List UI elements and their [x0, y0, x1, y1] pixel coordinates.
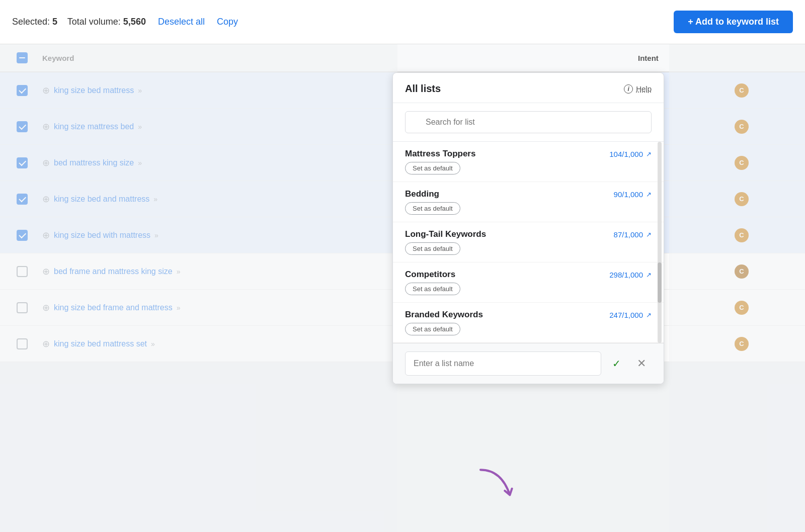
list-count: 104/1,000 ↗: [609, 150, 652, 158]
row-checkbox[interactable]: [17, 194, 28, 205]
list-name: Bedding: [405, 189, 439, 199]
chevron-double-icon: »: [138, 159, 142, 167]
info-icon: i: [624, 84, 633, 94]
intent-cell: C: [735, 228, 795, 242]
copy-button[interactable]: Copy: [217, 17, 238, 27]
row-checkbox[interactable]: [17, 121, 28, 132]
row-checkbox-wrap: [10, 121, 34, 132]
list-name: Branded Keywords: [405, 310, 483, 320]
selected-count: 5: [52, 17, 57, 27]
row-checkbox-wrap: [10, 302, 34, 313]
add-keyword-icon[interactable]: ⊕: [42, 157, 50, 168]
list-item-top: Long-Tail Keywords 87/1,000 ↗: [405, 229, 652, 239]
confirm-new-list-button[interactable]: ✓: [606, 353, 626, 374]
intent-badge: C: [735, 192, 749, 206]
chevron-double-icon: »: [138, 123, 142, 131]
keyword-link[interactable]: king size bed mattress: [54, 86, 134, 95]
list-item[interactable]: Bedding 90/1,000 ↗ Set as default: [393, 182, 664, 222]
row-checkbox[interactable]: [17, 338, 28, 349]
add-keyword-icon[interactable]: ⊕: [42, 302, 50, 313]
chevron-double-icon: »: [153, 195, 157, 203]
list-name: Long-Tail Keywords: [405, 229, 486, 239]
keyword-link[interactable]: bed frame and mattress king size: [54, 267, 173, 276]
select-all-checkbox[interactable]: [17, 52, 28, 63]
keyword-link[interactable]: king size bed with mattress: [54, 231, 150, 240]
selected-info: Selected: 5 Total volume: 5,560: [12, 17, 146, 27]
help-link[interactable]: i Help: [624, 84, 652, 94]
set-default-button[interactable]: Set as default: [405, 323, 460, 335]
search-wrap: 🔍: [393, 103, 664, 142]
new-list-name-input[interactable]: [405, 351, 601, 376]
intent-cell: C: [735, 192, 795, 206]
list-item-top: Mattress Toppers 104/1,000 ↗: [405, 149, 652, 159]
table-header: Keyword Intent: [0, 44, 805, 72]
keyword-link[interactable]: king size bed frame and mattress: [54, 303, 173, 312]
main-content: Keyword Intent ⊕ king size bed mattress …: [0, 44, 805, 532]
intent-badge: C: [735, 83, 749, 98]
list-count: 247/1,000 ↗: [609, 311, 652, 319]
add-keyword-icon[interactable]: ⊕: [42, 194, 50, 205]
row-checkbox[interactable]: [17, 266, 28, 277]
list-item[interactable]: Mattress Toppers 104/1,000 ↗ Set as defa…: [393, 142, 664, 182]
purple-arrow-decoration: [468, 466, 518, 516]
external-link-icon[interactable]: ↗: [646, 311, 652, 319]
keyword-link[interactable]: king size bed and mattress: [54, 195, 149, 204]
external-link-icon[interactable]: ↗: [646, 231, 652, 238]
checkmark-icon: ✓: [612, 358, 621, 370]
row-checkbox[interactable]: [17, 230, 28, 241]
row-checkbox[interactable]: [17, 302, 28, 313]
scrollbar[interactable]: [658, 142, 662, 343]
list-item[interactable]: Competitors 298/1,000 ↗ Set as default: [393, 262, 664, 303]
set-default-button[interactable]: Set as default: [405, 242, 460, 255]
list-name: Competitors: [405, 270, 455, 280]
intent-badge: C: [735, 264, 749, 279]
chevron-double-icon: »: [138, 86, 142, 95]
add-keyword-icon[interactable]: ⊕: [42, 121, 50, 132]
chevron-double-icon: »: [151, 340, 155, 348]
set-default-button[interactable]: Set as default: [405, 202, 460, 215]
panel-header: All lists i Help: [393, 73, 664, 103]
row-checkbox[interactable]: [17, 85, 28, 96]
intent-column-header: Intent: [638, 54, 698, 62]
chevron-double-icon: »: [177, 304, 181, 312]
total-volume-label: Total volume:: [67, 17, 121, 27]
list-item-top: Branded Keywords 247/1,000 ↗: [405, 310, 652, 320]
keyword-link[interactable]: king size bed mattress set: [54, 339, 147, 348]
top-bar: Selected: 5 Total volume: 5,560 Deselect…: [0, 0, 805, 44]
external-link-icon[interactable]: ↗: [646, 271, 652, 279]
add-keyword-icon[interactable]: ⊕: [42, 338, 50, 349]
intent-cell: C: [735, 156, 795, 170]
intent-cell: C: [735, 264, 795, 279]
panel-title: All lists: [405, 83, 441, 95]
intent-badge: C: [735, 156, 749, 170]
add-to-keyword-list-button[interactable]: + Add to keyword list: [674, 11, 793, 33]
add-keyword-icon[interactable]: ⊕: [42, 85, 50, 96]
cancel-new-list-button[interactable]: ✕: [631, 353, 652, 374]
set-default-button[interactable]: Set as default: [405, 162, 460, 174]
keyword-link[interactable]: king size mattress bed: [54, 122, 134, 131]
deselect-all-button[interactable]: Deselect all: [158, 17, 205, 27]
add-keyword-icon[interactable]: ⊕: [42, 266, 50, 277]
external-link-icon[interactable]: ↗: [646, 191, 652, 198]
intent-badge: C: [735, 228, 749, 242]
total-volume-value: 5,560: [123, 17, 146, 27]
list-item[interactable]: Long-Tail Keywords 87/1,000 ↗ Set as def…: [393, 222, 664, 262]
keyword-column-header: Keyword: [42, 54, 630, 62]
close-icon: ✕: [637, 357, 646, 370]
list-item[interactable]: Branded Keywords 247/1,000 ↗ Set as defa…: [393, 303, 664, 343]
list-count: 298/1,000 ↗: [609, 271, 652, 279]
add-keyword-icon[interactable]: ⊕: [42, 230, 50, 241]
intent-cell: C: [735, 301, 795, 315]
intent-cell: C: [735, 120, 795, 134]
keyword-link[interactable]: bed mattress king size: [54, 158, 134, 167]
intent-badge: C: [735, 337, 749, 351]
set-default-button[interactable]: Set as default: [405, 283, 460, 295]
list-item-top: Bedding 90/1,000 ↗: [405, 189, 652, 199]
search-input-wrap: 🔍: [405, 111, 652, 133]
row-checkbox-wrap: [10, 85, 34, 96]
row-checkbox[interactable]: [17, 157, 28, 168]
search-list-input[interactable]: [405, 111, 652, 133]
chevron-double-icon: »: [177, 268, 181, 276]
row-checkbox-wrap: [10, 157, 34, 168]
external-link-icon[interactable]: ↗: [646, 150, 652, 158]
